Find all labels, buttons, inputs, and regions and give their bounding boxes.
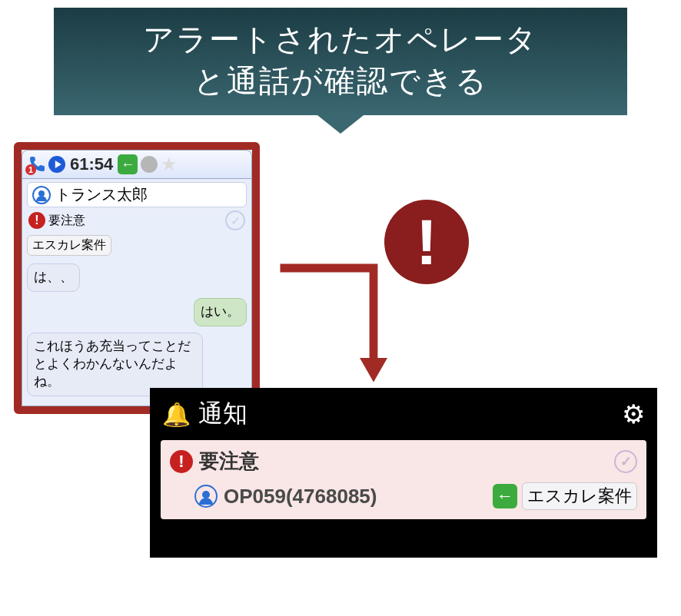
alert-label: 要注意 [48, 213, 85, 229]
notification-operator: OP059(4768085) [224, 485, 377, 508]
banner: アラートされたオペレータ と通話が確認できる [54, 8, 627, 115]
login-icon [493, 484, 517, 508]
alert-icon: ! [28, 212, 45, 229]
chat-card: 1 61:54 ★ トランス太郎 ! 要注意 ✓ エスカレ案件 は、、 はい。 … [14, 142, 260, 414]
play-icon[interactable] [48, 156, 65, 173]
check-icon[interactable]: ✓ [225, 210, 245, 230]
alert-icon: ! [170, 450, 193, 473]
banner-line1: アラートされたオペレータ [61, 18, 620, 60]
big-alert-icon: ! [384, 200, 469, 284]
phone-badge: 1 [25, 164, 36, 175]
banner-arrow-down-icon [317, 115, 364, 134]
star-icon[interactable]: ★ [161, 154, 178, 175]
notification-title: 通知 [198, 397, 247, 431]
alert-row: ! 要注意 ✓ [27, 207, 247, 233]
notification-alert-label: 要注意 [199, 448, 259, 475]
login-icon[interactable] [118, 154, 138, 174]
chat-header: 1 61:54 ★ [22, 150, 252, 179]
banner-line2: と通話が確認できる [61, 60, 620, 101]
operator-name: トランス太郎 [55, 184, 148, 205]
phone-icon: 1 [27, 155, 45, 174]
notification-panel: 🔔 通知 ⚙ ! 要注意 ✓ OP059(4768085) エスカレ案件 [150, 388, 657, 558]
chat-body: トランス太郎 ! 要注意 ✓ エスカレ案件 は、、 はい。 これほうあ充当ってこ… [22, 179, 252, 406]
operator-name-row: トランス太郎 [27, 182, 247, 207]
status-dot-icon [141, 156, 158, 173]
notification-header: 🔔 通知 ⚙ [150, 388, 657, 440]
bell-icon: 🔔 [162, 401, 191, 428]
escalation-tag[interactable]: エスカレ案件 [27, 235, 111, 256]
gear-icon[interactable]: ⚙ [622, 399, 645, 429]
notification-alert-row: ! 要注意 ✓ [170, 448, 637, 475]
notification-escalation-tag: エスカレ案件 [522, 482, 637, 510]
user-icon [32, 186, 51, 204]
notification-card[interactable]: ! 要注意 ✓ OP059(4768085) エスカレ案件 [161, 440, 646, 519]
user-icon [194, 485, 218, 508]
notification-detail-row: OP059(4768085) エスカレ案件 [170, 481, 637, 512]
big-alert-symbol: ! [416, 210, 437, 274]
chat-bubble-left: は、、 [27, 263, 80, 292]
call-timer: 61:54 [68, 154, 115, 174]
check-icon[interactable]: ✓ [614, 450, 637, 473]
chat-bubble-left: これほうあ充当ってことだとよくわかんないんだよね。 [27, 333, 203, 396]
chat-bubble-right: はい。 [194, 298, 247, 326]
